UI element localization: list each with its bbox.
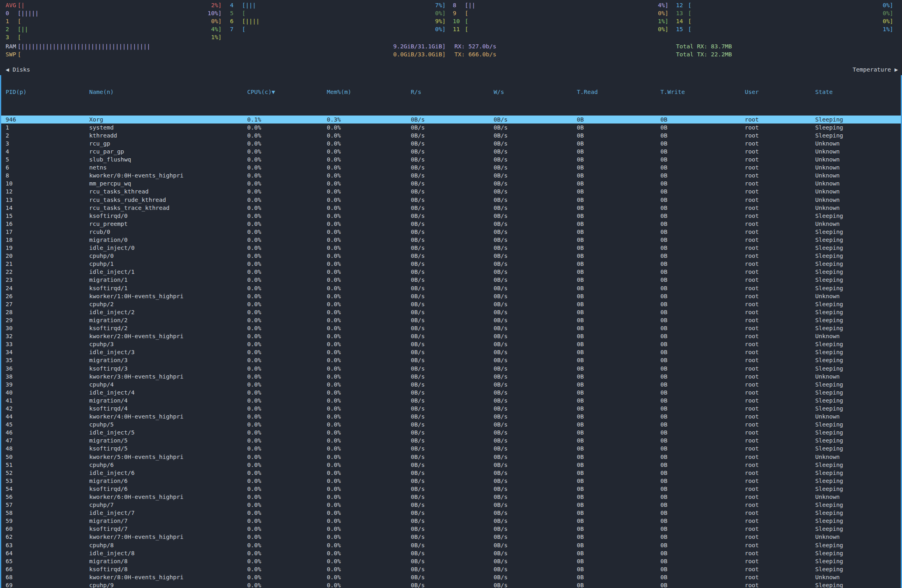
cell: 0B (577, 421, 660, 429)
process-row[interactable]: 52idle_inject/60.0%0.0%0B/s0B/s0B0BrootS… (1, 469, 901, 477)
column-header[interactable]: Name(n) (89, 88, 247, 96)
process-row[interactable]: 12rcu_tasks_kthread0.0%0.0%0B/s0B/s0B0Br… (1, 187, 901, 195)
process-row[interactable]: 35migration/30.0%0.0%0B/s0B/s0B0BrootSle… (1, 356, 901, 364)
process-row[interactable]: 39cpuhp/40.0%0.0%0B/s0B/s0B0BrootSleepin… (1, 381, 901, 389)
process-row[interactable]: 59migration/70.0%0.0%0B/s0B/s0B0BrootSle… (1, 517, 901, 525)
cell: 0B/s (411, 557, 494, 565)
cell: 0B (660, 332, 745, 340)
column-header[interactable]: User (745, 88, 815, 96)
process-row[interactable]: 34idle_inject/30.0%0.0%0B/s0B/s0B0BrootS… (1, 348, 901, 356)
process-row[interactable]: 4rcu_par_gp0.0%0.0%0B/s0B/s0B0BrootUnkno… (1, 147, 901, 155)
process-row[interactable]: 32kworker/2:0H-events_highpri0.0%0.0%0B/… (1, 332, 901, 340)
process-row[interactable]: 36ksoftirqd/30.0%0.0%0B/s0B/s0B0BrootSle… (1, 365, 901, 373)
process-row[interactable]: 15ksoftirqd/00.0%0.0%0B/s0B/s0B0BrootSle… (1, 212, 901, 220)
meter-bar: [0%] (18, 17, 222, 25)
process-row[interactable]: 63cpuhp/80.0%0.0%0B/s0B/s0B0BrootSleepin… (1, 541, 901, 549)
process-row[interactable]: 69cpuhp/90.0%0.0%0B/s0B/s0B0BrootSleepin… (1, 581, 901, 588)
process-row[interactable]: 27cpuhp/20.0%0.0%0B/s0B/s0B0BrootSleepin… (1, 300, 901, 308)
process-row[interactable]: 946Xorg0.1%0.3%0B/s0B/s0B0BrootSleeping (1, 116, 901, 124)
process-row[interactable]: 5slub_flushwq0.0%0.0%0B/s0B/s0B0BrootUnk… (1, 155, 901, 163)
process-row[interactable]: 17rcub/00.0%0.0%0B/s0B/s0B0BrootSleeping (1, 228, 901, 236)
cell: 0B/s (494, 477, 577, 485)
process-row[interactable]: 16rcu_preempt0.0%0.0%0B/s0B/s0B0BrootUnk… (1, 220, 901, 228)
process-row[interactable]: 51cpuhp/60.0%0.0%0B/s0B/s0B0BrootSleepin… (1, 461, 901, 469)
process-row[interactable]: 46idle_inject/50.0%0.0%0B/s0B/s0B0BrootS… (1, 429, 901, 437)
cell: 0B (660, 171, 745, 179)
process-rows: 946Xorg0.1%0.3%0B/s0B/s0B0BrootSleeping1… (1, 116, 901, 588)
cell: 0B/s (411, 389, 494, 397)
process-row[interactable]: 50kworker/5:0H-events_highpri0.0%0.0%0B/… (1, 453, 901, 461)
process-row[interactable]: 64idle_inject/80.0%0.0%0B/s0B/s0B0BrootS… (1, 549, 901, 557)
column-header[interactable]: T.Write (660, 88, 745, 96)
cell: 0.0% (247, 187, 327, 195)
process-row[interactable]: 41migration/40.0%0.0%0B/s0B/s0B0BrootSle… (1, 397, 901, 405)
process-row[interactable]: 45cpuhp/50.0%0.0%0B/s0B/s0B0BrootSleepin… (1, 421, 901, 429)
process-row[interactable]: 21cpuhp/10.0%0.0%0B/s0B/s0B0BrootSleepin… (1, 260, 901, 268)
meter: 12[0%] (676, 1, 893, 9)
process-row[interactable]: 66ksoftirqd/80.0%0.0%0B/s0B/s0B0BrootSle… (1, 565, 901, 573)
process-row[interactable]: 42ksoftirqd/40.0%0.0%0B/s0B/s0B0BrootSle… (1, 405, 901, 413)
process-row[interactable]: 28idle_inject/20.0%0.0%0B/s0B/s0B0BrootS… (1, 308, 901, 316)
process-row[interactable]: 24ksoftirqd/10.0%0.0%0B/s0B/s0B0BrootSle… (1, 284, 901, 292)
cell: Sleeping (815, 308, 901, 316)
cell: 0B (660, 308, 745, 316)
meter-value: 4% (658, 1, 665, 9)
process-row[interactable]: 26kworker/1:0H-events_highpri0.0%0.0%0B/… (1, 292, 901, 300)
cell: 0.0% (247, 163, 327, 171)
process-row[interactable]: 23migration/10.0%0.0%0B/s0B/s0B0BrootSle… (1, 276, 901, 284)
cell: rcu_tasks_rude_kthread (89, 196, 247, 204)
cell: Sleeping (815, 324, 901, 332)
cell: 23 (6, 276, 89, 284)
cell: 0B/s (411, 244, 494, 252)
nav-prev-disks-button[interactable]: ◀ Disks (6, 66, 30, 74)
column-header[interactable]: CPU%(c)▼ (247, 88, 327, 96)
process-row[interactable]: 2kthreadd0.0%0.0%0B/s0B/s0B0BrootSleepin… (1, 132, 901, 140)
process-row[interactable]: 22idle_inject/10.0%0.0%0B/s0B/s0B0BrootS… (1, 268, 901, 276)
process-row[interactable]: 33cpuhp/30.0%0.0%0B/s0B/s0B0BrootSleepin… (1, 340, 901, 348)
cell: 0B (660, 389, 745, 397)
nav-next-temperature-button[interactable]: Temperature ▶ (853, 66, 898, 74)
column-header[interactable]: T.Read (577, 88, 660, 96)
process-table: PID(p)Name(n)CPU%(c)▼Mem%(m)R/sW/sT.Read… (0, 75, 902, 588)
process-row[interactable]: 18migration/00.0%0.0%0B/s0B/s0B0BrootSle… (1, 236, 901, 244)
process-row[interactable]: 19idle_inject/00.0%0.0%0B/s0B/s0B0BrootS… (1, 244, 901, 252)
process-row[interactable]: 6netns0.0%0.0%0B/s0B/s0B0BrootUnknown (1, 163, 901, 171)
process-row[interactable]: 13rcu_tasks_rude_kthread0.0%0.0%0B/s0B/s… (1, 196, 901, 204)
cell: 0B (660, 501, 745, 509)
cell: 36 (6, 365, 89, 373)
process-row[interactable]: 14rcu_tasks_trace_kthread0.0%0.0%0B/s0B/… (1, 204, 901, 212)
process-row[interactable]: 62kworker/7:0H-events_highpri0.0%0.0%0B/… (1, 533, 901, 541)
process-row[interactable]: 47migration/50.0%0.0%0B/s0B/s0B0BrootSle… (1, 437, 901, 444)
process-row[interactable]: 29migration/20.0%0.0%0B/s0B/s0B0BrootSle… (1, 316, 901, 324)
process-row[interactable]: 3rcu_gp0.0%0.0%0B/s0B/s0B0BrootUnknown (1, 140, 901, 147)
process-row[interactable]: 38kworker/3:0H-events_highpri0.0%0.0%0B/… (1, 373, 901, 381)
process-row[interactable]: 56kworker/6:0H-events_highpri0.0%0.0%0B/… (1, 493, 901, 501)
process-row[interactable]: 30ksoftirqd/20.0%0.0%0B/s0B/s0B0BrootSle… (1, 324, 901, 332)
process-row[interactable]: 65migration/80.0%0.0%0B/s0B/s0B0BrootSle… (1, 557, 901, 565)
cell: 0B (577, 509, 660, 517)
process-row[interactable]: 68kworker/8:0H-events_highpri0.0%0.0%0B/… (1, 573, 901, 581)
process-row[interactable]: 44kworker/4:0H-events_highpri0.0%0.0%0B/… (1, 413, 901, 421)
process-row[interactable]: 57cpuhp/70.0%0.0%0B/s0B/s0B0BrootSleepin… (1, 501, 901, 509)
process-row[interactable]: 48ksoftirqd/50.0%0.0%0B/s0B/s0B0BrootSle… (1, 444, 901, 452)
cell: 0B (660, 485, 745, 493)
meter: 13[0%] (676, 9, 893, 17)
column-header[interactable]: R/s (411, 88, 494, 96)
process-row[interactable]: 10mm_percpu_wq0.0%0.0%0B/s0B/s0B0BrootUn… (1, 179, 901, 187)
cell: root (745, 437, 815, 444)
cell: 0.0% (247, 356, 327, 364)
process-row[interactable]: 58idle_inject/70.0%0.0%0B/s0B/s0B0BrootS… (1, 509, 901, 517)
process-row[interactable]: 20cpuhp/00.0%0.0%0B/s0B/s0B0BrootSleepin… (1, 252, 901, 260)
column-header[interactable]: State (815, 88, 901, 96)
process-row[interactable]: 53migration/60.0%0.0%0B/s0B/s0B0BrootSle… (1, 477, 901, 485)
process-row[interactable]: 1systemd0.0%0.0%0B/s0B/s0B0BrootSleeping (1, 124, 901, 132)
cell: 0B/s (494, 356, 577, 364)
process-row[interactable]: 54ksoftirqd/60.0%0.0%0B/s0B/s0B0BrootSle… (1, 485, 901, 493)
process-row[interactable]: 8kworker/0:0H-events_highpri0.0%0.0%0B/s… (1, 171, 901, 179)
cell: 0.0% (327, 179, 411, 187)
process-row[interactable]: 40idle_inject/40.0%0.0%0B/s0B/s0B0BrootS… (1, 389, 901, 397)
column-header[interactable]: W/s (494, 88, 577, 96)
column-header[interactable]: Mem%(m) (327, 88, 411, 96)
column-header[interactable]: PID(p) (6, 88, 89, 96)
process-row[interactable]: 60ksoftirqd/70.0%0.0%0B/s0B/s0B0BrootSle… (1, 525, 901, 533)
